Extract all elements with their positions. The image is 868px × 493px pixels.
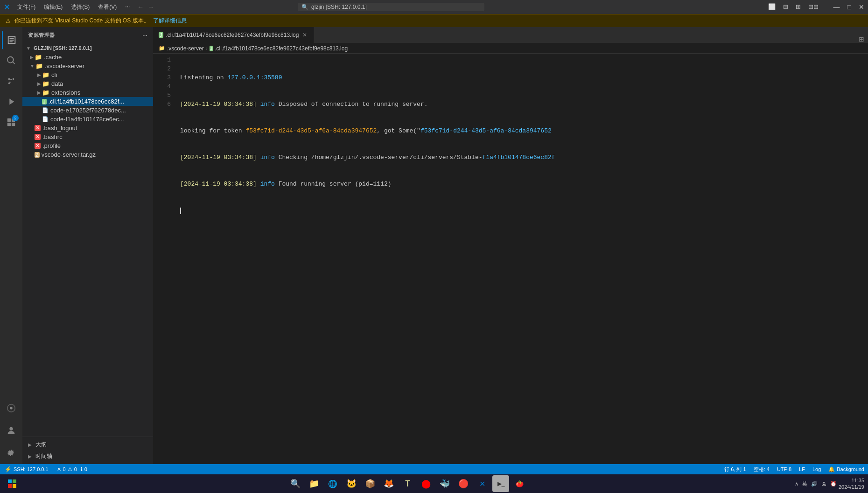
file-icon-vscode-tar: Z [35,152,40,158]
taskbar-app3-btn[interactable]: ⬤ [418,475,434,492]
tray-network[interactable]: 🖧 [821,481,826,486]
taskbar-time[interactable]: 11:35 2024/11/19 [839,477,864,491]
line-num-1: 1 [164,56,171,64]
status-spaces[interactable]: 空格: 4 [750,464,773,474]
svg-rect-8 [8,484,12,488]
taskbar-text-btn[interactable]: T [399,475,416,492]
status-background[interactable]: 🔔 Background [825,464,868,474]
taskbar-sys-tray: ∧ 英 🔊 🖧 ⏰ [795,480,837,487]
outline-section[interactable]: ▶ 大纲 [22,439,153,451]
close-btn[interactable]: ✕ [859,3,864,11]
item-name-bashrc: .bashrc [42,133,63,140]
code-ip: 127.0.0.1:35589 [227,74,282,81]
item-name-code-f: code-f1a4fb101478ce6ec... [50,116,124,123]
activity-account[interactable] [2,421,21,440]
activity-explorer[interactable] [2,31,21,49]
tree-item-bash-logout[interactable]: ✕ .bash_logout [22,124,153,132]
tree-item-vscode-server[interactable]: ▼ 📁 .vscode-server [22,62,153,70]
line-info: 行 6, 列 1 [724,466,746,473]
tree-item-profile[interactable]: ✕ .profile [22,141,153,150]
tab-actions: ⊞ [859,35,868,43]
sidebar-more[interactable]: ··· [142,33,147,38]
activity-search[interactable] [2,51,21,70]
layout-split[interactable]: ⬜ [768,3,776,11]
timeline-label: 时间轴 [35,452,52,460]
eol-info: LF [799,466,805,472]
code-line-3: looking for token f53fc71d-d244-43d5-af6… [176,126,868,135]
tree-item-code-e[interactable]: 📄 code-e170252f762678dec... [22,106,153,115]
taskbar-app6-btn[interactable]: 🍅 [511,475,528,492]
taskbar-app2-btn[interactable]: 📦 [362,475,378,492]
folder-breadcrumb-icon: 📁 [159,45,165,51]
item-name-vscode-server: .vscode-server [45,62,84,69]
tree-item-data[interactable]: ▶ 📁 data [22,79,153,88]
maximize-btn[interactable]: □ [847,3,851,11]
nav-forward[interactable]: → [147,3,154,11]
chevron-extensions: ▶ [37,90,41,95]
activity-run[interactable] [2,92,21,111]
layout-4[interactable]: ⊟⊟ [808,3,819,11]
taskbar-edge-btn[interactable]: 🌐 [324,475,341,492]
status-type[interactable]: Log [809,464,825,474]
item-name-profile: .profile [42,142,61,149]
tray-lang[interactable]: 英 [802,480,807,487]
menu-edit[interactable]: 编辑(E) [40,2,66,12]
warning-bar: ⚠ 你已连接到不受 Visual Studio Code 支持的 OS 版本。 … [0,14,868,27]
tree-item-bashrc[interactable]: ✕ .bashrc [22,132,153,141]
tray-clock[interactable]: ⏰ [830,481,837,487]
taskbar-search-btn[interactable]: 🔍 [287,475,304,492]
breadcrumb-file: J .cli.f1a4fb101478ce6ec82fe9627c43efbf9… [210,45,348,52]
title-search[interactable]: 🔍 glzjin [SSH: 127.0.0.1] [298,3,484,11]
warning-link[interactable]: 了解详细信息 [153,17,187,25]
taskbar-app5-btn[interactable]: 🔴 [455,475,472,492]
tree-item-cli-log[interactable]: J .cli.f1a4fb101478ce6ec82f... [22,97,153,106]
split-editor-icon[interactable]: ⊞ [859,35,864,43]
nav-back[interactable]: ← [137,3,144,11]
layout-3[interactable]: ⊞ [796,3,801,11]
status-ssh[interactable]: ⚡ SSH: 127.0.0.1 [0,464,53,474]
tab-name: .cli.f1a4fb101478ce6ec82fe9627c43efbf9e9… [166,32,299,38]
taskbar-app4-btn[interactable]: 🐳 [436,475,453,492]
status-encoding[interactable]: UTF-8 [773,464,795,474]
tree-item-extensions[interactable]: ▶ 📁 extensions [22,88,153,97]
status-line[interactable]: 行 6, 列 1 [721,464,749,474]
svg-rect-2 [7,123,11,126]
taskbar-app1-btn[interactable]: 🐱 [343,475,360,492]
tree-item-vscode-tar[interactable]: Z vscode-server.tar.gz [22,150,153,159]
taskbar-firefox-btn[interactable]: 🦊 [380,475,397,492]
timeline-section[interactable]: ▶ 时间轴 [22,451,153,462]
taskbar-vscode-btn[interactable]: ✕ [474,475,490,492]
tree-item-cache[interactable]: ▶ 📁 .cache [22,53,153,62]
tray-sound[interactable]: 🔊 [811,481,818,487]
root-chevron: ▼ [26,46,31,51]
activity-extensions[interactable]: 2 [2,113,21,132]
taskbar-files-btn[interactable]: 📁 [306,475,322,492]
tree-item-cli[interactable]: ▶ 📁 cli [22,70,153,79]
tab-close-btn[interactable]: ✕ [301,31,308,39]
editor-content[interactable]: 1 2 3 4 5 6 Listening on 127.0.0.1:35589… [153,54,868,464]
taskbar-terminal-btn[interactable]: ▶_ [492,475,509,492]
menu-view[interactable]: 查看(V) [94,2,120,12]
activity-source-control[interactable] [2,72,21,90]
tree-item-code-f[interactable]: 📄 code-f1a4fb101478ce6ec... [22,115,153,124]
code-stable-hash: f1a4fb101478ce6ec82f [483,154,555,161]
menu-more[interactable]: ··· [121,2,133,12]
menu-file[interactable]: 文件(F) [14,2,39,12]
svg-point-5 [9,427,13,431]
status-eol[interactable]: LF [795,464,809,474]
tree-root[interactable]: ▼ GLZJIN [SSH: 127.0.0.1] [22,43,153,53]
status-errors[interactable]: ✕ 0 ⚠ 0 ℹ 0 [53,464,91,474]
taskbar-start-btn[interactable] [4,475,21,492]
menu-select[interactable]: 选择(S) [67,2,93,12]
tray-expand[interactable]: ∧ [795,481,798,487]
activity-remote[interactable] [2,399,21,417]
error-count: 0 [63,466,66,472]
layout-2[interactable]: ⊟ [783,3,788,11]
minimize-btn[interactable]: — [833,3,840,11]
file-icon-code-f: 📄 [42,116,49,122]
activity-settings[interactable] [2,444,21,462]
ssh-icon: ⚡ [5,466,12,472]
editor-area: J .cli.f1a4fb101478ce6ec82fe9627c43efbf9… [153,27,868,464]
info-icon: ℹ [81,466,83,472]
tab-cli-log[interactable]: J .cli.f1a4fb101478ce6ec82fe9627c43efbf9… [153,27,314,43]
